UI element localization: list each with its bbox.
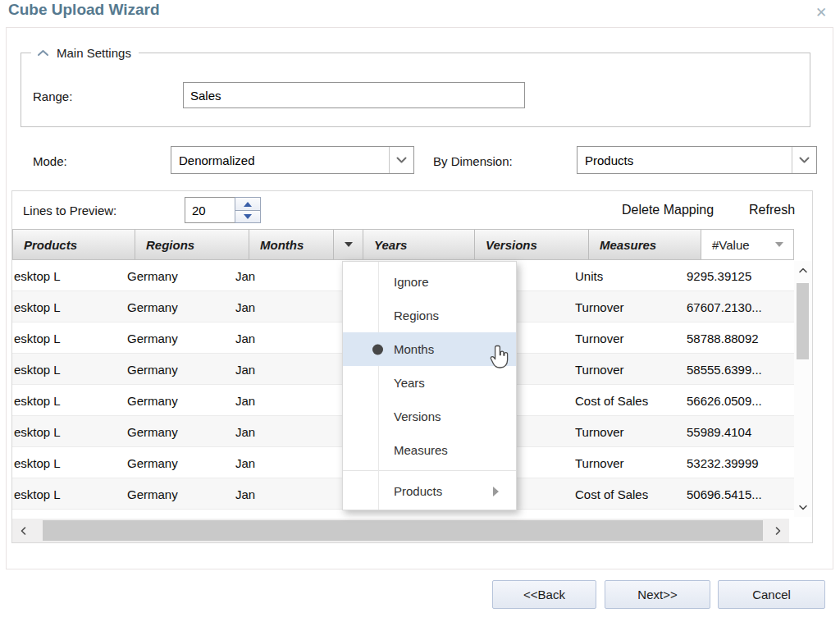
triangle-down-icon [345, 242, 353, 247]
menu-item-label: Products [394, 484, 442, 498]
refresh-button[interactable]: Refresh [749, 203, 795, 217]
cell-value: 58788.88092 [687, 331, 759, 345]
cell-months: Jan [235, 487, 255, 501]
cell-products: esktop L [14, 393, 61, 407]
cell-regions: Germany [127, 455, 178, 469]
stepper-down-button[interactable] [235, 210, 260, 222]
mode-select[interactable]: Denormalized [171, 146, 414, 174]
menu-item-label: Ignore [394, 275, 429, 289]
menu-item-ignore[interactable]: Ignore [343, 265, 516, 299]
cell-months: Jan [235, 300, 255, 313]
cell-months: Jan [235, 268, 255, 282]
cell-regions: Germany [127, 362, 178, 376]
cell-value: 9295.39125 [687, 268, 751, 282]
header-value[interactable]: #Value [701, 230, 793, 259]
header-products[interactable]: Products [13, 230, 135, 259]
range-input[interactable] [183, 82, 525, 108]
cell-products: esktop L [14, 424, 61, 438]
cell-months: Jan [235, 331, 255, 345]
header-regions[interactable]: Regions [135, 230, 249, 259]
menu-item-versions[interactable]: Versions [343, 400, 516, 433]
cell-months: Jan [235, 393, 255, 407]
menu-item-label: Regions [394, 309, 439, 322]
menu-item-months[interactable]: Months [343, 332, 516, 366]
header-value-label: #Value [712, 238, 750, 252]
vertical-scrollbar[interactable] [794, 261, 812, 517]
menu-item-label: Versions [394, 409, 441, 423]
cell-regions: Germany [127, 300, 178, 313]
menu-item-years[interactable]: Years [343, 366, 516, 400]
cell-regions: Germany [127, 487, 178, 501]
cell-value: 58555.6399... [687, 362, 762, 376]
menu-item-label: Years [394, 376, 425, 390]
back-button[interactable]: <<Back [492, 580, 596, 609]
main-settings-legend: Main Settings [31, 46, 139, 60]
lines-to-preview-label: Lines to Preview: [23, 204, 116, 217]
cell-measures: Turnover [575, 362, 623, 376]
next-button[interactable]: Next>> [605, 580, 710, 609]
chevron-down-icon[interactable] [389, 147, 413, 173]
header-months[interactable]: Months [249, 230, 334, 259]
months-mapping-dropdown-button[interactable] [334, 230, 363, 259]
scroll-up-icon[interactable] [799, 268, 808, 273]
cell-months: Jan [235, 362, 255, 376]
cell-products: esktop L [14, 331, 61, 345]
vertical-scroll-thumb[interactable] [797, 283, 809, 359]
menu-item-products[interactable]: Products [343, 474, 516, 508]
menu-item-regions[interactable]: Regions [343, 299, 516, 332]
cell-regions: Germany [127, 331, 178, 345]
delete-mapping-button[interactable]: Delete Mapping [622, 203, 714, 217]
menu-item-label: Months [394, 342, 434, 356]
main-settings-title: Main Settings [57, 46, 131, 60]
mode-value: Denormalized [179, 153, 255, 167]
cell-regions: Germany [127, 424, 178, 438]
triangle-up-icon [244, 202, 252, 207]
chevron-down-icon[interactable] [792, 147, 816, 173]
lines-to-preview-stepper [235, 197, 261, 223]
cell-regions: Germany [127, 268, 178, 282]
cell-products: esktop L [14, 362, 61, 376]
mode-label: Mode: [33, 154, 67, 168]
header-versions[interactable]: Versions [475, 230, 589, 259]
by-dimension-select[interactable]: Products [577, 146, 817, 174]
cell-products: esktop L [14, 300, 61, 313]
scroll-left-icon[interactable] [21, 526, 26, 535]
horizontal-scrollbar[interactable] [12, 519, 789, 542]
cell-value: 53232.39999 [687, 455, 759, 469]
grid-header: Products Regions Months Years Versions M… [12, 229, 794, 260]
page-title: Cube Upload Wizard [8, 1, 160, 19]
radio-selected-icon [372, 344, 383, 354]
stepper-up-button[interactable] [235, 198, 260, 210]
horizontal-scroll-thumb[interactable] [43, 520, 763, 541]
cell-measures: Units [575, 268, 603, 282]
triangle-down-icon [244, 214, 252, 219]
cell-months: Jan [235, 455, 255, 469]
menu-item-label: Measures [394, 443, 448, 457]
cell-months: Jan [235, 424, 255, 438]
lines-to-preview-input[interactable] [185, 197, 235, 223]
range-label: Range: [33, 89, 72, 103]
cell-products: esktop L [14, 268, 61, 282]
cell-measures: Turnover [575, 455, 623, 469]
header-years[interactable]: Years [363, 230, 475, 259]
cell-value: 50696.5415... [687, 487, 762, 501]
triangle-down-icon [775, 242, 783, 247]
by-dimension-label: By Dimension: [433, 154, 513, 168]
collapse-chevron-icon[interactable] [37, 49, 49, 57]
by-dimension-value: Products [585, 153, 633, 167]
menu-items: Ignore Regions Months Years Versions Mea… [343, 265, 516, 467]
header-measures[interactable]: Measures [589, 230, 701, 259]
menu-separator [343, 470, 516, 471]
scroll-right-icon[interactable] [775, 526, 781, 535]
cell-regions: Germany [127, 393, 178, 407]
cell-products: esktop L [14, 455, 61, 469]
cancel-button[interactable]: Cancel [718, 580, 825, 609]
menu-item-measures[interactable]: Measures [343, 433, 516, 467]
scroll-down-icon[interactable] [799, 505, 808, 510]
submenu-arrow-icon [493, 487, 499, 496]
cell-measures: Turnover [575, 424, 623, 438]
cell-measures: Turnover [575, 300, 623, 313]
cell-products: esktop L [14, 487, 61, 501]
column-mapping-menu: Ignore Regions Months Years Versions Mea… [342, 261, 517, 510]
close-icon[interactable]: ✕ [811, 3, 831, 23]
